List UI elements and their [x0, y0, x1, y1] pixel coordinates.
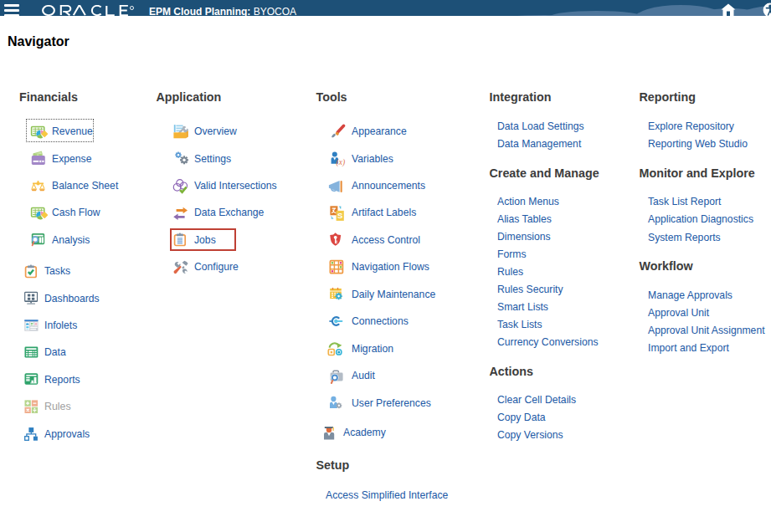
svg-text:S: S: [337, 211, 342, 220]
svg-text:(x): (x): [337, 158, 346, 167]
